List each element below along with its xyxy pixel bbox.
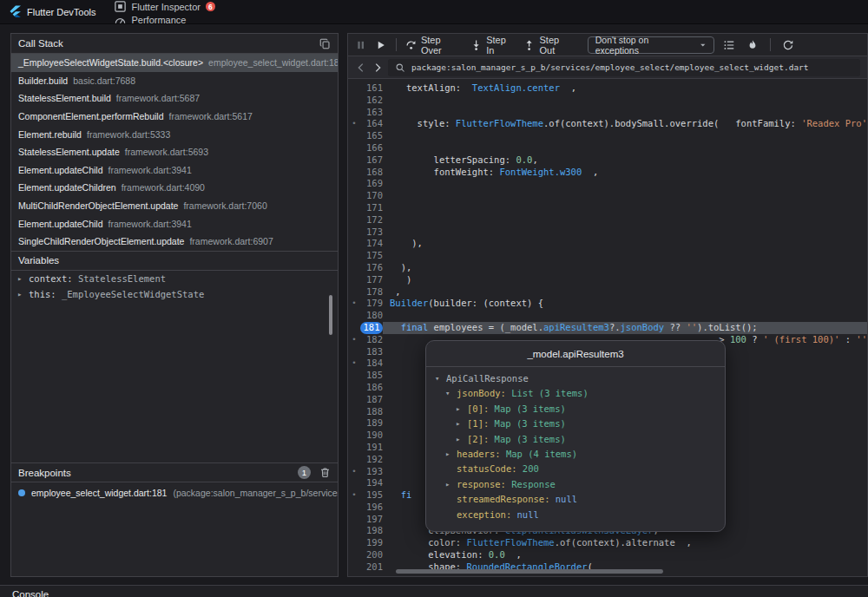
line-number[interactable]: 165	[360, 130, 383, 142]
call-stack-frame[interactable]: Builder.buildbasic.dart:7688	[11, 72, 338, 90]
call-stack-frame[interactable]: Element.updateChildframework.dart:3941	[11, 161, 338, 180]
call-stack-scrollbar[interactable]	[329, 295, 332, 335]
line-number[interactable]: 162	[360, 95, 383, 107]
executable-line-dot	[348, 238, 360, 250]
popup-tree-node[interactable]: ▾jsonBody: List (3 items)	[435, 386, 716, 401]
file-search-field[interactable]: package:salon_manager_s_p_b/services/emp…	[388, 59, 860, 76]
tab-flutter-inspector[interactable]: Flutter Inspector6	[106, 0, 240, 13]
line-number[interactable]: 170	[360, 190, 383, 202]
line-number[interactable]: 189	[360, 417, 383, 430]
frame-function: Element.updateChildren	[18, 182, 116, 193]
popup-tree-node[interactable]: ▸headers: Map (4 items)	[435, 447, 716, 462]
executable-line-dot	[348, 226, 360, 239]
call-stack-header: Call Stack	[11, 34, 338, 54]
call-stack-frame[interactable]: Element.rebuildframework.dart:5333	[11, 125, 338, 143]
line-number[interactable]: 198	[360, 525, 383, 537]
line-number[interactable]: 183	[360, 346, 383, 358]
delete-breakpoints-icon[interactable]	[319, 467, 331, 478]
line-number[interactable]: 168	[360, 167, 383, 179]
line-number[interactable]: 185	[360, 370, 383, 382]
line-number[interactable]: 197	[360, 514, 383, 526]
call-stack-frame[interactable]: MultiChildRenderObjectElement.updatefram…	[11, 197, 338, 215]
app-title: Flutter DevTools	[27, 7, 95, 17]
call-stack-frame[interactable]: _EmployeeSelectWidgetState.build.<closur…	[11, 54, 338, 72]
line-number[interactable]: 172	[360, 214, 383, 226]
pause-button[interactable]	[355, 39, 366, 51]
variables-title: Variables	[18, 255, 59, 266]
line-number[interactable]: 166	[360, 142, 383, 154]
console-panel-header[interactable]: Console	[0, 585, 868, 597]
step-over-button[interactable]: Step Over	[405, 35, 462, 56]
line-number[interactable]: 190	[360, 430, 383, 442]
call-stack-frame[interactable]: ComponentElement.performRebuildframework…	[11, 108, 338, 126]
refresh-icon[interactable]	[782, 39, 794, 51]
line-number[interactable]: 200	[360, 549, 383, 561]
line-number[interactable]: 174	[360, 238, 383, 250]
line-number[interactable]: 176	[360, 262, 383, 274]
call-stack-frame[interactable]: SingleChildRenderObjectElement.updatefra…	[11, 233, 338, 251]
line-number[interactable]: 179	[360, 298, 383, 310]
line-number[interactable]: 167	[360, 154, 383, 167]
line-number[interactable]: 188	[360, 406, 383, 418]
tab-performance[interactable]: Performance	[106, 13, 240, 24]
line-number[interactable]: 169	[360, 178, 383, 190]
variable-row[interactable]: ▸context: StatelessElement	[11, 271, 338, 286]
popup-tree-node[interactable]: ▾ApiCallResponse	[435, 371, 716, 386]
code-line: 162	[348, 95, 867, 107]
call-stack-frame[interactable]: Element.updateChildframework.dart:3941	[11, 214, 338, 233]
step-in-button[interactable]: Step In	[470, 35, 515, 56]
call-stack-frame[interactable]: StatelessElement.buildframework.dart:568…	[11, 89, 338, 108]
flame-icon[interactable]	[746, 39, 759, 51]
executable-line-dot	[348, 561, 360, 574]
frame-source: framework.dart:5333	[87, 129, 170, 140]
popup-tree-node[interactable]: ▸[2]: Map (3 items)	[435, 432, 716, 447]
line-number-breakpoint[interactable]: 181	[360, 322, 383, 334]
line-number[interactable]: 192	[360, 454, 383, 466]
copy-icon[interactable]	[319, 38, 331, 49]
executable-line-dot: •	[348, 118, 360, 130]
line-number[interactable]: 201	[360, 561, 383, 574]
resume-button[interactable]	[375, 39, 386, 51]
executable-line-dot: •	[348, 489, 360, 502]
line-number[interactable]: 194	[360, 477, 383, 489]
line-number[interactable]: 180	[360, 310, 383, 322]
back-icon[interactable]	[355, 62, 367, 74]
line-number[interactable]: 191	[360, 442, 383, 454]
call-stack-frame[interactable]: Element.updateChildrenframework.dart:409…	[11, 179, 338, 197]
line-number[interactable]: 195	[360, 489, 383, 502]
line-number[interactable]: 171	[360, 202, 383, 214]
forward-icon[interactable]	[372, 62, 384, 74]
popup-tree-node[interactable]: ▸[1]: Map (3 items)	[435, 417, 716, 431]
line-number[interactable]: 182	[360, 334, 383, 346]
line-number[interactable]: 178	[360, 286, 383, 298]
line-number[interactable]: 187	[360, 394, 383, 406]
line-number[interactable]: 164	[360, 118, 383, 130]
line-number[interactable]: 161	[360, 82, 383, 95]
expander-icon: ▸	[456, 432, 467, 447]
line-number[interactable]: 177	[360, 274, 383, 286]
line-number[interactable]: 199	[360, 537, 383, 549]
line-number[interactable]: 173	[360, 226, 383, 239]
scripts-list-icon[interactable]	[723, 39, 735, 51]
expander-icon	[445, 508, 457, 522]
frame-function: _EmployeeSelectWidgetState.build.<closur…	[18, 57, 203, 68]
code-text	[383, 95, 867, 107]
exceptions-dropdown[interactable]: Don't stop on exceptions	[588, 36, 714, 54]
breakpoint-item[interactable]: employee_select_widget.dart:181 (package…	[11, 482, 338, 503]
variable-row[interactable]: ▸this: _EmployeeSelectWidgetState	[11, 286, 338, 302]
call-stack-frame[interactable]: StatelessElement.updateframework.dart:56…	[11, 143, 338, 161]
line-number[interactable]: 193	[360, 466, 383, 478]
step-out-button[interactable]: Step Out	[523, 35, 575, 56]
executable-line-dot	[348, 286, 360, 298]
popup-tree: ▾ApiCallResponse▾jsonBody: List (3 items…	[426, 367, 725, 527]
line-number[interactable]: 196	[360, 502, 383, 514]
popup-tree-node[interactable]: ▸[0]: Map (3 items)	[435, 402, 716, 417]
expander-icon: ▸	[17, 274, 29, 283]
line-number[interactable]: 175	[360, 250, 383, 262]
line-number[interactable]: 163	[360, 107, 383, 119]
line-number[interactable]: 184	[360, 358, 383, 370]
line-number[interactable]: 186	[360, 382, 383, 394]
horizontal-scrollbar[interactable]	[396, 569, 663, 574]
popup-tree-node[interactable]: ▸response: Response	[435, 477, 716, 492]
executable-line-dot	[348, 167, 360, 179]
